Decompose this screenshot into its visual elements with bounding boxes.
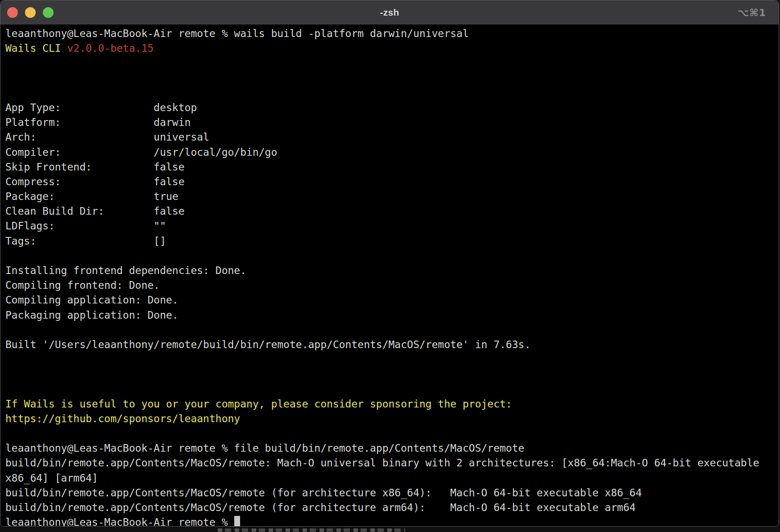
terminal-line: Skip Frontend: false — [5, 160, 774, 175]
window-title: -zsh — [380, 7, 399, 18]
terminal-cursor — [234, 516, 240, 527]
traffic-lights — [7, 0, 54, 25]
terminal-line: Wails CLI v2.0.0-beta.15 — [5, 41, 774, 56]
terminal-line: App Type: desktop — [5, 100, 774, 115]
terminal-line: If Wails is useful to you or your compan… — [5, 397, 774, 411]
terminal-text-segment: build/bin/remote.app/Contents/MacOS/remo… — [5, 502, 635, 513]
terminal-text-segment: Compiling frontend: Done. — [5, 279, 160, 291]
traffic-light-close-button[interactable] — [7, 7, 18, 18]
terminal-line: Compiling application: Done. — [5, 293, 774, 308]
terminal-line: leaanthony@Leas-MacBook-Air remote % wai… — [5, 26, 774, 41]
terminal-text-segment: Wails CLI — [5, 42, 67, 54]
terminal-text-segment: x86_64] [arm64] — [5, 472, 98, 484]
terminal-text-segment: Platform: darwin — [5, 116, 191, 128]
terminal-line: build/bin/remote.app/Contents/MacOS/remo… — [5, 500, 774, 515]
traffic-light-zoom-button[interactable] — [43, 7, 54, 18]
terminal-text-segment: leaanthony@Leas-MacBook-Air remote % — [5, 516, 234, 527]
terminal-line: x86_64] [arm64] — [5, 471, 774, 486]
terminal-line: LDFlags: "" — [5, 219, 774, 233]
terminal-text-segment: Compiler: /usr/local/go/bin/go — [5, 146, 277, 158]
terminal-line: leaanthony@Leas-MacBook-Air remote % fil… — [5, 441, 774, 456]
window-titlebar[interactable]: -zsh ⌥⌘1 — [0, 0, 779, 25]
terminal-line — [5, 71, 774, 86]
terminal-text-segment: Arch: universal — [5, 131, 209, 143]
terminal-line — [5, 352, 774, 367]
terminal-line: build/bin/remote.app/Contents/MacOS/remo… — [5, 456, 774, 470]
terminal-text-segment: Built '/Users/leaanthony/remote/build/bi… — [5, 339, 531, 350]
terminal-line: Platform: darwin — [5, 115, 774, 130]
terminal-text-segment: Compiling application: Done. — [5, 294, 178, 306]
terminal-text-segment: https://github.com/sponsors/leaanthony — [5, 413, 240, 424]
terminal-text-segment: build/bin/remote.app/Contents/MacOS/remo… — [5, 487, 642, 499]
terminal-text-segment: App Type: desktop — [5, 102, 197, 113]
terminal-text-segment: Skip Frontend: false — [5, 161, 185, 173]
terminal-line — [5, 367, 774, 382]
terminal-text-segment: Compress: false — [5, 176, 185, 187]
terminal-text-segment: Clean Build Dir: false — [5, 205, 185, 217]
terminal-line: https://github.com/sponsors/leaanthony — [5, 411, 774, 426]
terminal-line: Compress: false — [5, 175, 774, 189]
terminal-text-segment: v2.0.0-beta.15 — [67, 42, 154, 54]
terminal-line: leaanthony@Leas-MacBook-Air remote % — [5, 515, 774, 527]
terminal-line — [5, 56, 774, 71]
terminal-text-segment: Packaging application: Done. — [5, 309, 178, 321]
terminal-line — [5, 249, 774, 263]
terminal-line — [5, 323, 774, 337]
terminal-line — [5, 86, 774, 100]
terminal-text-segment: leaanthony@Leas-MacBook-Air remote % wai… — [5, 28, 469, 39]
terminal-line — [5, 382, 774, 397]
terminal-line: Built '/Users/leaanthony/remote/build/bi… — [5, 337, 774, 352]
background-window-sliver — [218, 528, 405, 532]
terminal-line: Compiler: /usr/local/go/bin/go — [5, 145, 774, 160]
terminal-window: -zsh ⌥⌘1 leaanthony@Leas-MacBook-Air rem… — [0, 0, 779, 527]
terminal-line: Arch: universal — [5, 130, 774, 145]
terminal-line: Clean Build Dir: false — [5, 204, 774, 219]
terminal-text-segment: Tags: [] — [5, 235, 166, 247]
terminal-text-segment: Installing frontend dependencies: Done. — [5, 265, 246, 276]
terminal-text-segment: If Wails is useful to you or your compan… — [5, 398, 512, 410]
terminal-text-segment: LDFlags: "" — [5, 220, 166, 232]
traffic-light-minimize-button[interactable] — [25, 7, 36, 18]
terminal-text-segment: Package: true — [5, 191, 178, 202]
terminal-text-segment: build/bin/remote.app/Contents/MacOS/remo… — [5, 457, 759, 469]
terminal-line: Packaging application: Done. — [5, 308, 774, 323]
terminal-line: Package: true — [5, 189, 774, 204]
terminal-line: Tags: [] — [5, 234, 774, 249]
terminal-line — [5, 426, 774, 441]
terminal-line: build/bin/remote.app/Contents/MacOS/remo… — [5, 486, 774, 500]
terminal-line: Compiling frontend: Done. — [5, 278, 774, 293]
terminal-text-segment: leaanthony@Leas-MacBook-Air remote % fil… — [5, 442, 524, 454]
window-shortcut-badge: ⌥⌘1 — [738, 0, 766, 25]
terminal-output[interactable]: leaanthony@Leas-MacBook-Air remote % wai… — [0, 25, 779, 527]
terminal-line: Installing frontend dependencies: Done. — [5, 263, 774, 278]
